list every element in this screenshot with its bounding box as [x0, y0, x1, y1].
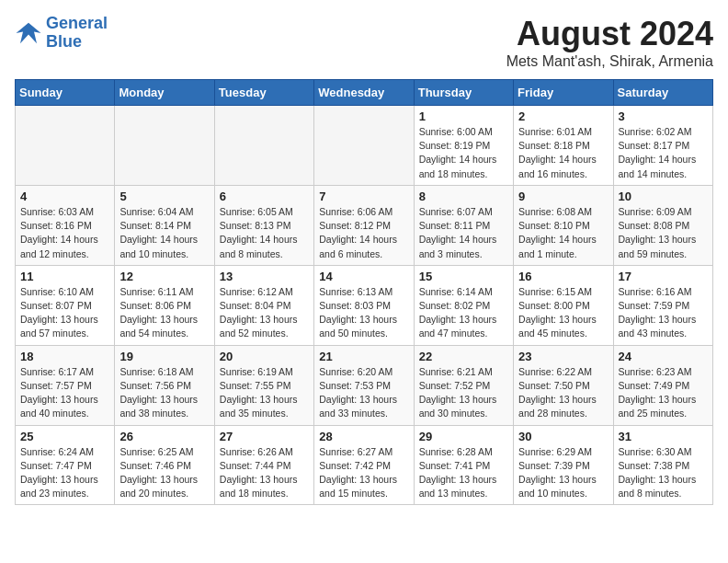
day-info: Sunrise: 6:30 AM Sunset: 7:38 PM Dayligh… — [619, 445, 708, 501]
calendar-day-cell: 23Sunrise: 6:22 AM Sunset: 7:50 PM Dayli… — [514, 345, 613, 425]
day-info: Sunrise: 6:19 AM Sunset: 7:55 PM Dayligh… — [220, 365, 309, 421]
month-title: August 2024 — [506, 15, 713, 53]
calendar-day-cell: 11Sunrise: 6:10 AM Sunset: 8:07 PM Dayli… — [16, 265, 115, 345]
day-number: 26 — [119, 430, 209, 443]
calendar-header-day: Wednesday — [314, 80, 414, 106]
day-info: Sunrise: 6:29 AM Sunset: 7:39 PM Dayligh… — [518, 445, 608, 501]
calendar-header-day: Saturday — [613, 80, 712, 106]
calendar-day-cell: 29Sunrise: 6:28 AM Sunset: 7:41 PM Dayli… — [414, 425, 513, 505]
day-number: 10 — [619, 190, 708, 203]
day-info: Sunrise: 6:12 AM Sunset: 8:04 PM Dayligh… — [220, 285, 309, 341]
calendar-day-cell: 2Sunrise: 6:01 AM Sunset: 8:18 PM Daylig… — [514, 106, 613, 186]
svg-marker-0 — [17, 23, 41, 44]
day-info: Sunrise: 6:03 AM Sunset: 8:16 PM Dayligh… — [20, 205, 109, 261]
calendar-header-day: Thursday — [414, 80, 513, 106]
day-number: 1 — [419, 109, 508, 123]
day-number: 20 — [220, 350, 309, 363]
day-info: Sunrise: 6:18 AM Sunset: 7:56 PM Dayligh… — [119, 365, 209, 421]
logo-icon — [15, 19, 42, 47]
calendar-day-cell: 16Sunrise: 6:15 AM Sunset: 8:00 PM Dayli… — [514, 265, 613, 345]
logo-text: General Blue — [46, 15, 108, 52]
calendar-day-cell — [115, 106, 214, 186]
day-info: Sunrise: 6:13 AM Sunset: 8:03 PM Dayligh… — [319, 285, 408, 341]
calendar-day-cell: 6Sunrise: 6:05 AM Sunset: 8:13 PM Daylig… — [214, 185, 313, 265]
calendar-day-cell: 4Sunrise: 6:03 AM Sunset: 8:16 PM Daylig… — [16, 185, 115, 265]
day-info: Sunrise: 6:24 AM Sunset: 7:47 PM Dayligh… — [20, 445, 109, 501]
day-info: Sunrise: 6:27 AM Sunset: 7:42 PM Dayligh… — [319, 445, 408, 501]
day-info: Sunrise: 6:16 AM Sunset: 7:59 PM Dayligh… — [619, 285, 708, 341]
title-block: August 2024 Mets Mant'ash, Shirak, Armen… — [506, 15, 713, 70]
day-info: Sunrise: 6:07 AM Sunset: 8:11 PM Dayligh… — [419, 205, 508, 261]
calendar-day-cell: 25Sunrise: 6:24 AM Sunset: 7:47 PM Dayli… — [16, 425, 115, 505]
calendar-day-cell: 15Sunrise: 6:14 AM Sunset: 8:02 PM Dayli… — [414, 265, 513, 345]
day-info: Sunrise: 6:25 AM Sunset: 7:46 PM Dayligh… — [119, 445, 209, 501]
calendar-header-day: Sunday — [16, 80, 115, 106]
calendar-day-cell: 30Sunrise: 6:29 AM Sunset: 7:39 PM Dayli… — [514, 425, 613, 505]
day-info: Sunrise: 6:26 AM Sunset: 7:44 PM Dayligh… — [220, 445, 309, 501]
calendar-day-cell: 8Sunrise: 6:07 AM Sunset: 8:11 PM Daylig… — [414, 185, 513, 265]
day-number: 23 — [518, 350, 608, 363]
page-header: General Blue August 2024 Mets Mant'ash, … — [15, 15, 713, 70]
day-number: 18 — [20, 350, 109, 363]
day-number: 28 — [319, 430, 408, 443]
day-number: 14 — [319, 270, 408, 283]
day-info: Sunrise: 6:10 AM Sunset: 8:07 PM Dayligh… — [20, 285, 109, 341]
day-number: 17 — [619, 270, 708, 283]
day-info: Sunrise: 6:08 AM Sunset: 8:10 PM Dayligh… — [518, 205, 608, 261]
calendar-day-cell: 12Sunrise: 6:11 AM Sunset: 8:06 PM Dayli… — [115, 265, 214, 345]
day-info: Sunrise: 6:21 AM Sunset: 7:52 PM Dayligh… — [419, 365, 508, 421]
day-number: 2 — [518, 109, 608, 123]
day-number: 19 — [119, 350, 209, 363]
day-number: 13 — [220, 270, 309, 283]
calendar-day-cell: 5Sunrise: 6:04 AM Sunset: 8:14 PM Daylig… — [115, 185, 214, 265]
day-number: 7 — [319, 190, 408, 203]
calendar-table: SundayMondayTuesdayWednesdayThursdayFrid… — [15, 79, 713, 505]
day-number: 25 — [20, 430, 109, 443]
day-info: Sunrise: 6:09 AM Sunset: 8:08 PM Dayligh… — [619, 205, 708, 261]
day-info: Sunrise: 6:02 AM Sunset: 8:17 PM Dayligh… — [619, 125, 708, 181]
calendar-day-cell: 9Sunrise: 6:08 AM Sunset: 8:10 PM Daylig… — [514, 185, 613, 265]
calendar-week-row: 4Sunrise: 6:03 AM Sunset: 8:16 PM Daylig… — [16, 185, 713, 265]
day-number: 15 — [419, 270, 508, 283]
calendar-header-row: SundayMondayTuesdayWednesdayThursdayFrid… — [16, 80, 713, 106]
calendar-day-cell: 20Sunrise: 6:19 AM Sunset: 7:55 PM Dayli… — [214, 345, 313, 425]
calendar-header-day: Friday — [514, 80, 613, 106]
day-info: Sunrise: 6:23 AM Sunset: 7:49 PM Dayligh… — [619, 365, 708, 421]
day-number: 8 — [419, 190, 508, 203]
day-info: Sunrise: 6:04 AM Sunset: 8:14 PM Dayligh… — [119, 205, 209, 261]
calendar-day-cell: 22Sunrise: 6:21 AM Sunset: 7:52 PM Dayli… — [414, 345, 513, 425]
calendar-day-cell — [16, 106, 115, 186]
day-number: 12 — [119, 270, 209, 283]
day-info: Sunrise: 6:05 AM Sunset: 8:13 PM Dayligh… — [220, 205, 309, 261]
location-title: Mets Mant'ash, Shirak, Armenia — [506, 53, 713, 70]
day-number: 22 — [419, 350, 508, 363]
day-number: 21 — [319, 350, 408, 363]
day-number: 3 — [619, 109, 708, 123]
day-number: 31 — [619, 430, 708, 443]
calendar-day-cell: 14Sunrise: 6:13 AM Sunset: 8:03 PM Dayli… — [314, 265, 414, 345]
day-number: 24 — [619, 350, 708, 363]
calendar-day-cell: 3Sunrise: 6:02 AM Sunset: 8:17 PM Daylig… — [613, 106, 712, 186]
calendar-week-row: 11Sunrise: 6:10 AM Sunset: 8:07 PM Dayli… — [16, 265, 713, 345]
day-number: 29 — [419, 430, 508, 443]
calendar-day-cell — [314, 106, 414, 186]
day-number: 9 — [518, 190, 608, 203]
day-info: Sunrise: 6:20 AM Sunset: 7:53 PM Dayligh… — [319, 365, 408, 421]
calendar-day-cell: 28Sunrise: 6:27 AM Sunset: 7:42 PM Dayli… — [314, 425, 414, 505]
day-info: Sunrise: 6:15 AM Sunset: 8:00 PM Dayligh… — [518, 285, 608, 341]
calendar-day-cell: 17Sunrise: 6:16 AM Sunset: 7:59 PM Dayli… — [613, 265, 712, 345]
day-number: 4 — [20, 190, 109, 203]
calendar-week-row: 25Sunrise: 6:24 AM Sunset: 7:47 PM Dayli… — [16, 425, 713, 505]
day-number: 16 — [518, 270, 608, 283]
calendar-header-day: Tuesday — [214, 80, 313, 106]
calendar-day-cell: 24Sunrise: 6:23 AM Sunset: 7:49 PM Dayli… — [613, 345, 712, 425]
calendar-day-cell: 19Sunrise: 6:18 AM Sunset: 7:56 PM Dayli… — [115, 345, 214, 425]
calendar-day-cell: 21Sunrise: 6:20 AM Sunset: 7:53 PM Dayli… — [314, 345, 414, 425]
day-info: Sunrise: 6:11 AM Sunset: 8:06 PM Dayligh… — [119, 285, 209, 341]
day-info: Sunrise: 6:01 AM Sunset: 8:18 PM Dayligh… — [518, 125, 608, 181]
day-number: 11 — [20, 270, 109, 283]
calendar-day-cell: 13Sunrise: 6:12 AM Sunset: 8:04 PM Dayli… — [214, 265, 313, 345]
day-info: Sunrise: 6:22 AM Sunset: 7:50 PM Dayligh… — [518, 365, 608, 421]
calendar-day-cell: 7Sunrise: 6:06 AM Sunset: 8:12 PM Daylig… — [314, 185, 414, 265]
day-info: Sunrise: 6:28 AM Sunset: 7:41 PM Dayligh… — [419, 445, 508, 501]
